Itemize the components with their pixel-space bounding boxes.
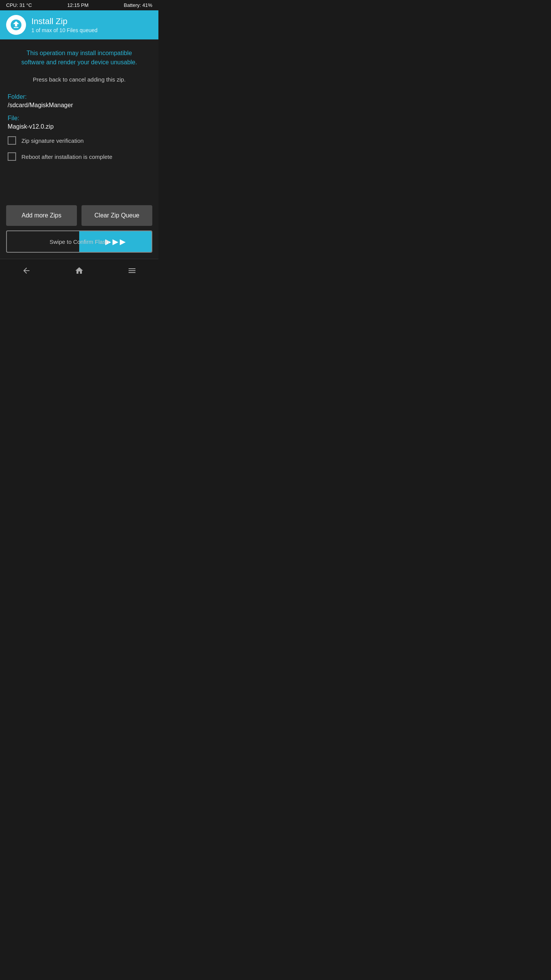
zip-signature-checkbox[interactable]: [8, 136, 16, 145]
menu-nav-button[interactable]: [125, 264, 139, 278]
status-bar: CPU: 31 °C 12:15 PM Battery: 41%: [0, 0, 158, 10]
warning-text: This operation may install incompatible …: [8, 49, 151, 67]
folder-value: /sdcard/MagiskManager: [8, 102, 151, 109]
checkbox-section: Zip signature verification Reboot after …: [8, 136, 151, 161]
navigation-bar: [0, 259, 158, 282]
file-value: Magisk-v12.0.zip: [8, 123, 151, 130]
swipe-to-confirm-button[interactable]: Swipe to Confirm Flash ▶ ▶ ▶: [6, 230, 152, 253]
warning-line2: software and render your device unusable…: [21, 59, 137, 65]
zip-signature-label: Zip signature verification: [21, 137, 84, 144]
battery-status: Battery: 41%: [124, 2, 152, 8]
button-row: Add more Zips Clear Zip Queue: [6, 205, 152, 226]
reboot-label: Reboot after installation is complete: [21, 154, 112, 160]
play-icon-2: ▶: [112, 237, 118, 246]
clear-zip-queue-button[interactable]: Clear Zip Queue: [82, 205, 152, 226]
home-nav-button[interactable]: [72, 264, 86, 278]
reboot-row[interactable]: Reboot after installation is complete: [8, 152, 151, 161]
header: Install Zip 1 of max of 10 Files queued: [0, 10, 158, 39]
folder-section: Folder: /sdcard/MagiskManager: [8, 93, 151, 109]
zip-signature-row[interactable]: Zip signature verification: [8, 136, 151, 145]
reboot-checkbox[interactable]: [8, 152, 16, 161]
add-more-zips-button[interactable]: Add more Zips: [6, 205, 77, 226]
file-label: File:: [8, 115, 151, 122]
header-text: Install Zip 1 of max of 10 Files queued: [31, 16, 98, 33]
play-icon-1: ▶: [105, 237, 111, 246]
main-content: This operation may install incompatible …: [0, 39, 158, 205]
header-subtitle: 1 of max of 10 Files queued: [31, 27, 98, 33]
time-status: 12:15 PM: [67, 2, 89, 8]
cpu-status: CPU: 31 °C: [6, 2, 32, 8]
header-title: Install Zip: [31, 16, 98, 26]
folder-label: Folder:: [8, 93, 151, 100]
back-nav-button[interactable]: [20, 264, 33, 278]
warning-line1: This operation may install incompatible: [26, 50, 132, 56]
bottom-section: Add more Zips Clear Zip Queue Swipe to C…: [0, 205, 158, 259]
press-back-text: Press back to cancel adding this zip.: [8, 76, 151, 83]
app-icon: [6, 15, 26, 35]
swipe-fill: ▶ ▶ ▶: [79, 231, 152, 252]
swipe-icons: ▶ ▶ ▶: [105, 237, 126, 246]
file-section: File: Magisk-v12.0.zip: [8, 115, 151, 130]
play-icon-3: ▶: [120, 237, 126, 246]
